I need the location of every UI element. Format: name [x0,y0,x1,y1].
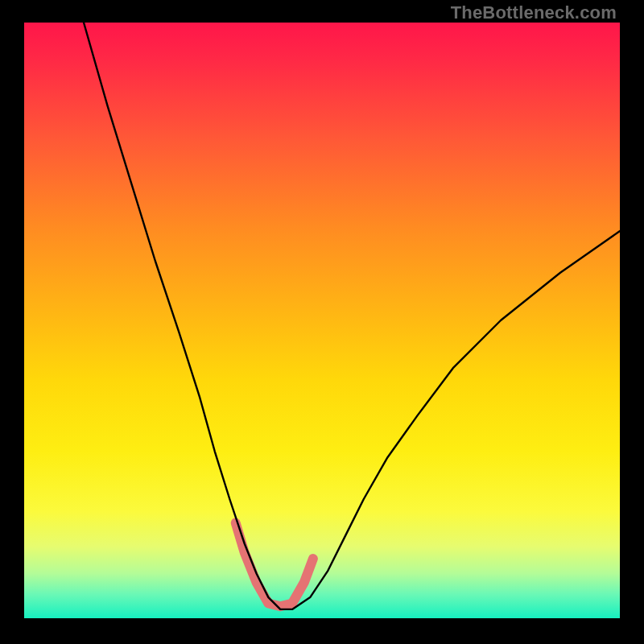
curve-layer [24,23,620,618]
plot-area [24,23,620,618]
chart-frame: TheBottleneck.com [0,0,644,644]
bottleneck-curve-path [84,23,620,609]
highlight-band-path [236,523,313,607]
watermark-text: TheBottleneck.com [451,2,617,23]
